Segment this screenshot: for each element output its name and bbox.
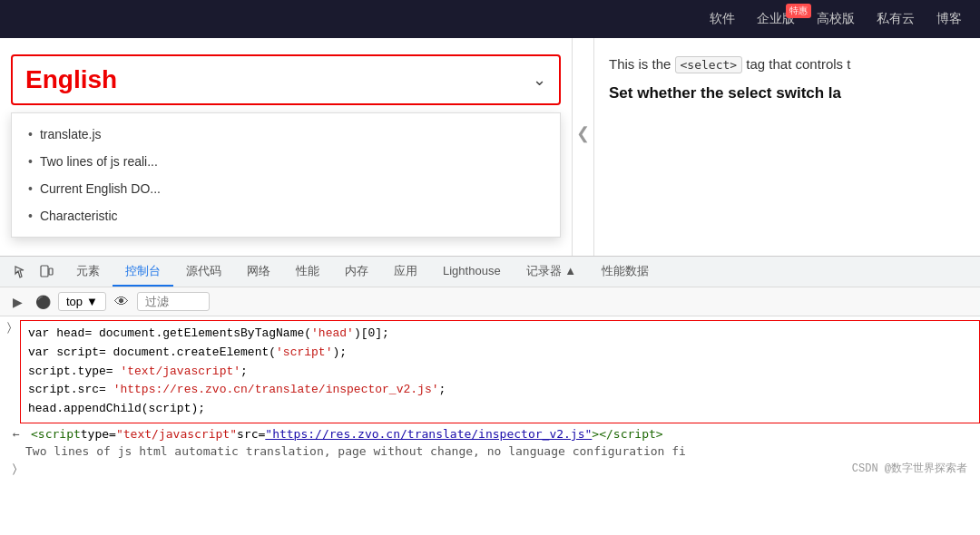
code-line-1: var script= document.createElement('scri… — [28, 344, 972, 363]
bullet-icon-3: • — [28, 209, 33, 223]
script-close-tag: ></script> — [592, 427, 662, 441]
code-text-1b: 'script' — [276, 344, 332, 363]
console-prompt-icon: 〉 — [0, 320, 20, 335]
context-selector[interactable]: top ▼ — [58, 292, 106, 311]
dropdown-item-label-3: Characteristic — [40, 209, 118, 223]
collapse-arrow[interactable]: ❮ — [573, 120, 593, 147]
code-line-3: script.src= 'https://res.zvo.cn/translat… — [28, 381, 972, 400]
code-line-2: script.type= 'text/javascript'; — [28, 363, 972, 382]
svg-rect-0 — [41, 266, 48, 277]
code-text-4a: head.appendChild(script); — [28, 400, 205, 419]
code-text-2c: ; — [240, 363, 248, 382]
eye-icon[interactable]: 👁 — [112, 292, 132, 312]
tab-console[interactable]: 控制台 — [113, 257, 173, 287]
script-type-attr: type= — [81, 427, 116, 441]
svg-rect-1 — [49, 268, 53, 275]
element-picker-icon[interactable] — [11, 262, 31, 282]
devtools-left-icons — [4, 262, 64, 282]
left-panel: English ⌄ • translate.js • Two lines of … — [0, 38, 572, 256]
code-text-1c: ); — [332, 344, 347, 363]
tab-memory-label: 内存 — [345, 263, 368, 279]
dropdown-item-3[interactable]: • Characteristic — [12, 202, 560, 229]
script-tag-output: ← <script type="text/javascript" src="ht… — [0, 425, 980, 443]
dropdown-item-1[interactable]: • Two lines of js reali... — [12, 148, 560, 175]
tab-perf-data-label: 性能数据 — [602, 263, 649, 279]
bullet-icon-0: • — [28, 127, 33, 141]
footer-attribution: CSDN @数字世界探索者 — [852, 461, 967, 476]
code-text-0c: )[0]; — [354, 325, 389, 344]
tab-perf-data[interactable]: 性能数据 — [589, 257, 662, 287]
tab-memory[interactable]: 内存 — [332, 257, 381, 287]
console-content: 〉 var head= document.getElementsByTagNam… — [0, 316, 980, 480]
tab-network[interactable]: 网络 — [234, 257, 283, 287]
right-description-line1: This is the <select> tag that controls t — [609, 56, 965, 72]
code-text-0a: var head= document.getElementsByTagName( — [28, 325, 311, 344]
language-select[interactable]: English ⌄ — [11, 54, 561, 105]
enterprise-badge: 特惠 — [786, 4, 811, 18]
tab-recorder-label: 记录器 ▲ — [526, 263, 576, 279]
select-tag-code: <select> — [675, 56, 743, 73]
tab-sources-label: 源代码 — [186, 263, 221, 279]
script-open-tag: <script — [31, 427, 81, 441]
context-chevron-icon: ▼ — [86, 295, 98, 308]
device-toolbar-icon[interactable] — [36, 262, 56, 282]
code-text-1a: var script= document.createElement( — [28, 344, 276, 363]
code-text-0b: 'head' — [311, 325, 354, 344]
code-block: var head= document.getElementsByTagName(… — [20, 320, 980, 423]
tab-performance[interactable]: 性能 — [283, 257, 332, 287]
dropdown-item-2[interactable]: • Current English DO... — [12, 175, 560, 202]
tab-console-label: 控制台 — [125, 263, 161, 279]
context-top-label: top — [66, 295, 83, 308]
tab-elements-label: 元素 — [76, 263, 100, 279]
code-text-3c: ; — [438, 381, 446, 400]
script-src-attr: src= — [237, 427, 265, 441]
tab-lighthouse-label: Lighthouse — [443, 264, 501, 277]
code-text-2b: 'text/javascript' — [120, 363, 240, 382]
nav-campus[interactable]: 高校版 — [817, 11, 855, 27]
bullet-icon-1: • — [28, 154, 33, 169]
script-type-val: "text/javascript" — [116, 427, 237, 441]
code-text-3b: 'https://res.zvo.cn/translate/inspector_… — [113, 381, 439, 400]
select-value: English — [25, 65, 117, 94]
output-arrow-icon: ← — [13, 427, 25, 441]
code-line-4: head.appendChild(script); — [28, 400, 972, 419]
top-navigation: 软件 企业版 特惠 高校版 私有云 博客 — [0, 0, 980, 38]
chevron-down-icon: ⌄ — [533, 70, 546, 90]
devtools-tabs: 元素 控制台 源代码 网络 性能 内存 应用 Lighthouse 记录器 ▲ … — [0, 257, 980, 287]
final-prompt-icon: 〉 — [13, 462, 16, 476]
final-prompt-line: 〉 — [0, 460, 980, 478]
tab-elements[interactable]: 元素 — [64, 257, 113, 287]
devtools-panel: 元素 控制台 源代码 网络 性能 内存 应用 Lighthouse 记录器 ▲ … — [0, 256, 980, 480]
dropdown-list: • translate.js • Two lines of js reali..… — [11, 112, 561, 238]
tab-network-label: 网络 — [247, 263, 270, 279]
tab-recorder[interactable]: 记录器 ▲ — [514, 257, 589, 287]
code-text-2a: script.type= — [28, 363, 120, 382]
tab-application-label: 应用 — [394, 263, 417, 279]
code-line-0: var head= document.getElementsByTagName(… — [28, 325, 972, 344]
nav-blog[interactable]: 博客 — [936, 11, 962, 27]
stop-button[interactable]: ⚫ — [33, 292, 53, 312]
nav-enterprise[interactable]: 企业版 特惠 — [757, 11, 795, 27]
dropdown-item-0[interactable]: • translate.js — [12, 121, 560, 148]
tab-sources[interactable]: 源代码 — [173, 257, 234, 287]
webpage-area: English ⌄ • translate.js • Two lines of … — [0, 38, 980, 256]
console-toolbar: ▶ ⚫ top ▼ 👁 — [0, 287, 980, 316]
code-text-3a: script.src= — [28, 381, 113, 400]
tab-lighthouse[interactable]: Lighthouse — [430, 257, 514, 287]
dropdown-item-label-2: Current English DO... — [40, 181, 161, 196]
info-line: Two lines of js html automatic translati… — [0, 443, 980, 460]
dropdown-item-label-0: translate.js — [40, 127, 102, 141]
play-button[interactable]: ▶ — [7, 292, 27, 312]
nav-private-cloud[interactable]: 私有云 — [877, 11, 915, 27]
bullet-icon-2: • — [28, 181, 33, 196]
tab-application[interactable]: 应用 — [381, 257, 430, 287]
filter-input[interactable] — [137, 292, 210, 311]
dropdown-item-label-1: Two lines of js reali... — [40, 154, 158, 169]
right-description-line2: Set whether the select switch la — [609, 84, 965, 102]
tab-performance-label: 性能 — [296, 263, 319, 279]
nav-software[interactable]: 软件 — [710, 11, 735, 27]
right-panel: This is the <select> tag that controls t… — [593, 38, 980, 256]
script-src-val: "https://res.zvo.cn/translate/inspector_… — [265, 427, 592, 441]
